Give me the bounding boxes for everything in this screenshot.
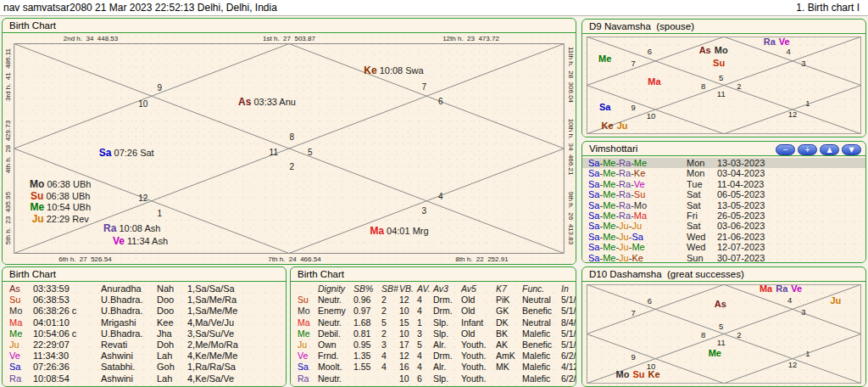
- position-nakshatra: Mrigashi: [101, 317, 157, 328]
- dasha-lords: Sa-Me-Ra-Mo: [588, 200, 687, 210]
- dignity-av5: Youth.: [461, 362, 496, 373]
- dasha-lord-Ju: Ju: [619, 221, 629, 231]
- dasha-zoom-out-button[interactable]: −: [776, 144, 795, 155]
- dasha-row[interactable]: Sa-Me-Ra-KeMon03-04-2023: [582, 168, 865, 178]
- planet-label: As: [715, 299, 728, 309]
- north-indian-chart[interactable]: 910768112512134Ke10:08 SwaAs03:33 AnuSa0…: [14, 43, 565, 254]
- dignity-row: JuOwn0.953175Alr.Youth.AKBenefic5/1/1: [291, 339, 576, 351]
- dasha-start-date: 03-04-2023: [717, 168, 865, 178]
- sign-number: 11: [270, 147, 278, 156]
- dignity-sb-count: 4: [381, 351, 399, 362]
- dasha-list[interactable]: Sa-Me-Ra-MeMon13-03-2023Sa-Me-Ra-KeMon03…: [582, 156, 865, 263]
- dasha-row[interactable]: Sa-Me-Ra-MaFri26-05-2023: [582, 210, 865, 221]
- dignity-house-in: 5/1/1: [561, 339, 576, 351]
- dignity-dignity: Own: [318, 339, 353, 351]
- panel-title: D10 Dashamsha (great successes): [582, 267, 865, 282]
- position-longitude: 22:29:07: [33, 339, 101, 351]
- sign-number: 11: [717, 88, 726, 98]
- panel-title: Vimshottari−+▲▼: [582, 142, 865, 156]
- position-pada-lords: 1,Sa/Me/Me: [187, 306, 286, 317]
- dignity-k7: PiK: [496, 294, 522, 306]
- dignity-functional-nature: Benefic: [522, 339, 561, 351]
- planet-abbr-Ve: Ve: [779, 36, 790, 47]
- dasha-lord-Sa: Sa: [588, 253, 599, 263]
- sign-number: 6: [648, 47, 652, 56]
- dignity-av3: Alr.: [433, 362, 461, 373]
- position-syllable: Lah: [157, 373, 187, 384]
- planet-label: As03:33 Anu: [238, 96, 296, 108]
- sign-number: 6: [648, 295, 652, 305]
- dasha-lords: Sa-Me-Ju-Sa: [588, 232, 687, 242]
- planet-label: Me10:54 UBh: [30, 201, 91, 213]
- dasha-row[interactable]: Sa-Me-Ra-MeMon13-03-2023: [582, 158, 865, 168]
- dasha-lord-Me: Me: [603, 221, 615, 231]
- dasha-row[interactable]: Sa-Me-Ju-SaWed21-06-2023: [582, 232, 865, 242]
- dasha-weekday: Wed: [687, 242, 717, 252]
- planet-abbr-Ju: Ju: [32, 213, 44, 225]
- dignity-functional-nature: Benefic: [522, 306, 561, 317]
- planet-degrees: 06:38 UBh: [46, 191, 90, 201]
- dasha-row[interactable]: Sa-Me-Ju-KeSun30-07-2023: [582, 253, 865, 263]
- dignity-planet: Ma: [298, 317, 318, 328]
- positions-table-panel: Birth Chart As03:33:59AnuradhaNah1,Sa/Sa…: [2, 266, 287, 387]
- dasha-weekday: Mon: [687, 158, 717, 168]
- planet-label: Su06:38 UBh: [31, 190, 90, 202]
- dignity-house-in: 5/1/1: [561, 294, 576, 306]
- sign-number: 5: [308, 147, 313, 156]
- sign-number: 4: [787, 294, 792, 304]
- dignity-av5: Infant: [461, 317, 496, 328]
- sign-number: 4: [438, 191, 443, 200]
- panel-title: Birth Chart: [3, 267, 286, 282]
- sign-number: 6: [438, 97, 443, 106]
- planet-abbr-Me: Me: [30, 201, 44, 213]
- dasha-row[interactable]: Sa-Me-Ra-MoSat13-05-2023: [582, 200, 865, 210]
- planet-abbr-Ma: Ma: [648, 76, 660, 87]
- chart-datetime-location: nav samvatsar2080 21 Mar 2023 22:52:13 D…: [3, 0, 277, 15]
- position-nakshatra: U.Bhadra.: [101, 294, 157, 306]
- dasha-lord-Sa: Sa: [588, 158, 599, 168]
- dasha-row[interactable]: Sa-Me-Ju-JuSat03-06-2023: [582, 221, 865, 231]
- dignity-house-in: 5/1/1: [561, 328, 576, 339]
- planet-label: Su: [713, 58, 726, 68]
- dasha-start-date: 21-06-2023: [717, 232, 865, 242]
- dasha-up-button[interactable]: ▲: [820, 144, 839, 155]
- dignity-planet: Ve: [298, 351, 318, 362]
- d9-north-indian-chart[interactable]: 675821191012143MeMaAsMoSuRaVeSaKeJu: [587, 36, 861, 134]
- position-longitude: 11:34:30: [33, 351, 101, 362]
- dasha-zoom-in-button[interactable]: +: [798, 144, 817, 155]
- dasha-row[interactable]: Sa-Me-Ra-VeTue11-04-2023: [582, 179, 865, 189]
- dasha-start-date: 13-03-2023: [717, 158, 865, 168]
- position-row: Ju22:29:07RevatiDoh2,Me/Mo/Ra: [3, 339, 286, 351]
- panel-title: D9 Navamsha (spouse): [582, 20, 865, 34]
- dasha-lord-Sa: Sa: [588, 168, 599, 178]
- dignity-av: 4: [417, 362, 433, 373]
- sign-number: 7: [421, 81, 426, 91]
- dasha-row[interactable]: Sa-Me-Ra-SuSat06-05-2023: [582, 189, 865, 199]
- planet-abbr-Ra: Ra: [764, 36, 776, 47]
- sign-number: 10: [138, 98, 147, 108]
- sign-number: 7: [631, 59, 635, 68]
- dignity-sb-count: 2: [381, 328, 399, 339]
- dasha-row[interactable]: Sa-Me-Ju-MeWed12-07-2023: [582, 242, 865, 252]
- dasha-down-button[interactable]: ▼: [842, 144, 861, 155]
- planet-degrees: 11:34 Ash: [127, 236, 168, 246]
- planet-abbr-Me: Me: [709, 348, 721, 358]
- d10-dashamsha-panel: D10 Dashamsha (great successes) 67582119…: [581, 266, 866, 387]
- planet-abbr-Ra: Ra: [103, 222, 116, 234]
- sign-number: 10: [647, 111, 656, 121]
- dignity-av3: Alr.: [433, 339, 461, 351]
- dignity-header-functional-nature: Func.: [522, 283, 561, 294]
- dasha-lord-Ra: Ra: [619, 200, 631, 210]
- dignity-av5: Old: [461, 294, 496, 306]
- dignity-sb-pct: 0.95: [353, 339, 381, 351]
- planet-abbr-Ve: Ve: [791, 283, 802, 294]
- dignity-header-sb-pct: SB%: [353, 283, 381, 294]
- dignity-av: 4: [417, 306, 433, 317]
- position-pada-lords: 4,Ke/Me/Me: [187, 351, 286, 362]
- d10-north-indian-chart[interactable]: 675821191012143MaRaVeAsJuMeMoSuKe: [587, 284, 861, 384]
- position-pada-lords: 4,Ke/Sa/Ve: [187, 373, 286, 384]
- dignity-functional-nature: Malefic: [522, 328, 561, 339]
- dasha-lord-Ju: Ju: [632, 221, 642, 231]
- sign-number: 1: [805, 98, 810, 108]
- dignity-dignity: Frnd.: [318, 351, 353, 362]
